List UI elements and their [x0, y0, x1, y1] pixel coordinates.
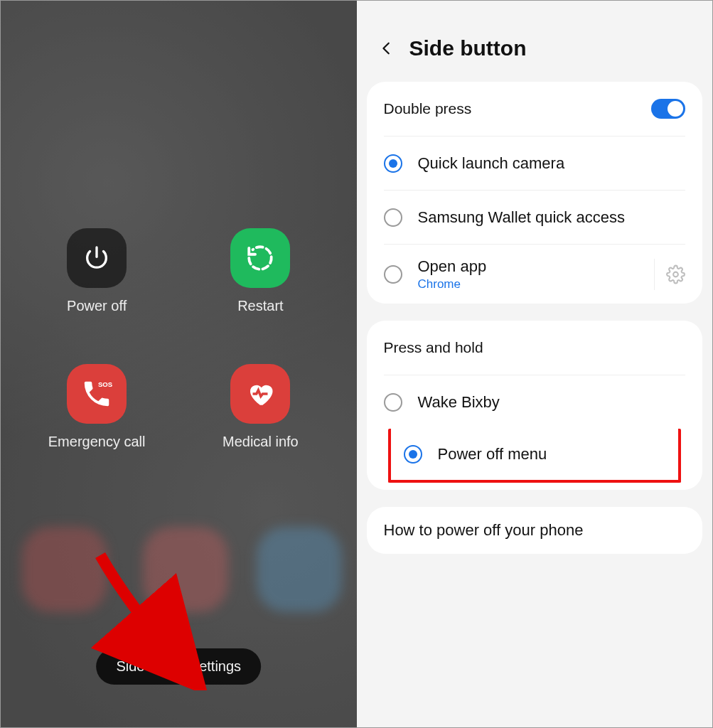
- option-label: Open app: [418, 257, 633, 276]
- emergency-call-button[interactable]: SOS Emergency call: [48, 364, 146, 450]
- emergency-call-label: Emergency call: [48, 434, 146, 450]
- option-label: Quick launch camera: [418, 154, 686, 173]
- restart-icon: [230, 228, 290, 288]
- restart-button[interactable]: Restart: [230, 228, 290, 314]
- double-press-toggle[interactable]: [651, 99, 685, 119]
- option-sublabel: Chrome: [418, 277, 633, 291]
- medical-info-label: Medical info: [223, 434, 299, 450]
- press-hold-label: Press and hold: [384, 339, 483, 356]
- highlighted-option-box: Power off menu: [388, 429, 682, 483]
- header: Side button: [357, 1, 713, 82]
- double-press-header-row[interactable]: Double press: [384, 82, 686, 136]
- heart-pulse-icon: [230, 364, 290, 424]
- radio-unselected-icon: [384, 208, 402, 227]
- option-samsung-wallet[interactable]: Samsung Wallet quick access: [384, 190, 686, 244]
- radio-selected-icon: [384, 154, 402, 173]
- option-quick-launch-camera[interactable]: Quick launch camera: [384, 136, 686, 190]
- info-text: How to power off your phone: [384, 521, 686, 540]
- page-title: Side button: [409, 36, 527, 60]
- medical-info-button[interactable]: Medical info: [223, 364, 299, 450]
- restart-label: Restart: [237, 298, 283, 314]
- open-app-settings-button[interactable]: [654, 259, 685, 290]
- power-off-label: Power off: [67, 298, 127, 314]
- option-label: Wake Bixby: [418, 393, 686, 412]
- power-off-button[interactable]: Power off: [67, 228, 127, 314]
- side-button-settings-button[interactable]: Side button settings: [96, 648, 261, 685]
- how-to-power-off-card[interactable]: How to power off your phone: [367, 507, 703, 554]
- radio-unselected-icon: [384, 393, 402, 412]
- svg-text:SOS: SOS: [98, 380, 113, 388]
- power-icon: [67, 228, 127, 288]
- press-hold-card: Press and hold Wake Bixby Power off menu: [367, 321, 703, 490]
- option-label: Power off menu: [438, 445, 666, 464]
- option-wake-bixby[interactable]: Wake Bixby: [384, 375, 686, 429]
- double-press-label: Double press: [384, 100, 472, 117]
- radio-unselected-icon: [384, 265, 402, 284]
- svg-point-1: [673, 272, 678, 277]
- power-menu-panel: Power off Restart SOS Emergency call: [1, 1, 357, 727]
- power-options-grid: Power off Restart SOS Emergency call: [1, 1, 357, 450]
- option-open-app[interactable]: Open app Chrome: [384, 244, 686, 304]
- settings-panel: Side button Double press Quick launch ca…: [357, 1, 713, 727]
- option-label: Samsung Wallet quick access: [418, 208, 686, 227]
- option-power-off-menu[interactable]: Power off menu: [388, 429, 682, 483]
- phone-sos-icon: SOS: [67, 364, 127, 424]
- back-button[interactable]: [377, 38, 397, 58]
- double-press-card: Double press Quick launch camera Samsung…: [367, 82, 703, 304]
- radio-selected-icon: [404, 445, 422, 464]
- press-hold-header-row: Press and hold: [384, 321, 686, 375]
